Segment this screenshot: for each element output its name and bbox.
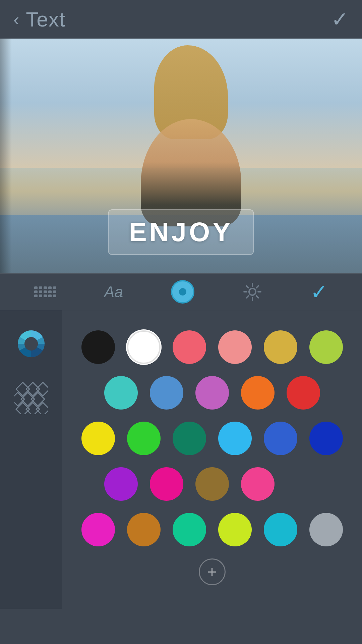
color-swatch-red[interactable] — [287, 376, 320, 410]
color-panel: + — [0, 310, 362, 609]
text-overlay-container[interactable]: ENJOY — [108, 209, 254, 255]
color-swatch-salmon[interactable] — [218, 330, 252, 364]
color-swatch-yellow[interactable] — [81, 422, 115, 455]
color-swatch-dark-blue[interactable] — [309, 422, 343, 455]
color-swatch-violet[interactable] — [195, 376, 229, 410]
svg-marker-4 — [26, 382, 40, 396]
color-swatch-coral-red[interactable] — [173, 330, 206, 364]
color-row-5 — [81, 513, 343, 546]
color-swatch-magenta[interactable] — [81, 513, 115, 546]
color-swatches-panel: + — [62, 310, 362, 609]
color-swatch-purple[interactable] — [104, 467, 138, 501]
color-swatch-gray-placeholder — [287, 467, 320, 501]
font-label: Aa — [104, 283, 123, 301]
header: ‹ Text ✓ — [0, 0, 362, 39]
svg-point-0 — [249, 288, 256, 295]
toolbar-confirm-button[interactable]: ✓ — [304, 276, 335, 308]
svg-marker-5 — [36, 382, 48, 396]
keyboard-button[interactable] — [27, 283, 63, 301]
color-picker-button[interactable] — [164, 277, 201, 307]
back-button[interactable]: ‹ Text — [13, 7, 65, 31]
color-swatch-dark-green[interactable] — [173, 422, 206, 455]
color-swatch-cyan[interactable] — [264, 513, 297, 546]
color-swatch-blue[interactable] — [264, 422, 297, 455]
color-swatch-orange[interactable] — [241, 376, 275, 410]
color-swatch-yellow-green[interactable] — [218, 513, 252, 546]
color-row-1 — [81, 330, 343, 364]
color-swatch-hot-pink[interactable] — [150, 467, 183, 501]
color-swatch-black[interactable] — [81, 330, 115, 364]
add-button-area: + — [199, 558, 226, 595]
page-title: Text — [26, 7, 65, 31]
color-swatch-lime-green[interactable] — [309, 330, 343, 364]
add-color-button[interactable]: + — [199, 558, 226, 585]
color-row-2 — [104, 376, 320, 410]
header-confirm-button[interactable]: ✓ — [331, 7, 349, 32]
back-chevron-icon: ‹ — [13, 11, 19, 28]
plus-icon: + — [207, 564, 217, 580]
color-row-4 — [104, 467, 320, 501]
pattern-icon[interactable] — [14, 381, 48, 414]
overlay-text[interactable]: ENJOY — [129, 217, 233, 247]
svg-point-2 — [24, 337, 38, 351]
color-swatch-amber[interactable] — [127, 513, 161, 546]
gear-icon — [242, 282, 262, 302]
edge-shadow — [0, 39, 12, 273]
color-wheel-icon[interactable] — [14, 327, 48, 361]
color-swatch-brown[interactable] — [195, 467, 229, 501]
color-swatch-light-gray[interactable] — [309, 513, 343, 546]
settings-button[interactable] — [236, 278, 269, 305]
photo-canvas[interactable]: ENJOY — [0, 39, 362, 273]
keyboard-icon — [34, 286, 56, 297]
font-button[interactable]: Aa — [98, 279, 130, 304]
color-swatch-white[interactable] — [127, 330, 161, 364]
svg-marker-8 — [31, 392, 45, 406]
color-swatch-sky-blue[interactable] — [218, 422, 252, 455]
svg-marker-7 — [21, 392, 35, 406]
color-swatch-teal[interactable] — [104, 376, 138, 410]
svg-marker-3 — [16, 382, 29, 396]
color-swatch-pink[interactable] — [241, 467, 275, 501]
svg-marker-11 — [36, 402, 48, 414]
color-active-indicator — [171, 280, 194, 304]
color-swatch-green[interactable] — [127, 422, 161, 455]
panel-left-sidebar — [0, 310, 62, 609]
toolbar: Aa ✓ — [0, 273, 362, 310]
color-swatch-mint[interactable] — [173, 513, 206, 546]
color-row-3 — [81, 422, 343, 455]
color-swatch-cornflower-blue[interactable] — [150, 376, 183, 410]
color-swatch-gold[interactable] — [264, 330, 297, 364]
confirm-checkmark-icon: ✓ — [310, 280, 328, 304]
svg-marker-6 — [14, 392, 24, 406]
